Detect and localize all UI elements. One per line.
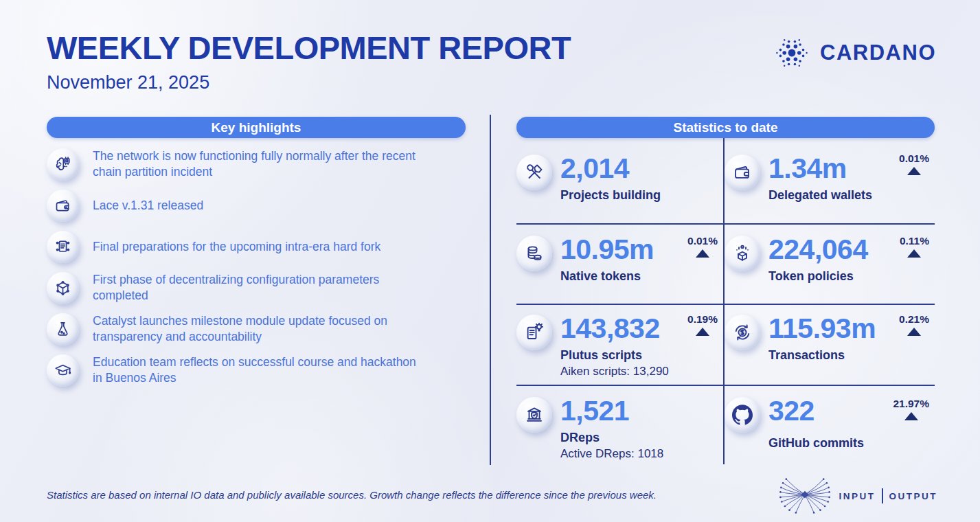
- token-box-icon: [725, 236, 760, 271]
- statistics-header: Statistics to date: [516, 117, 935, 138]
- growth-value: 21.97%: [893, 398, 929, 409]
- statistics-grid: 2,014 Projects building 1.34m Delegated …: [516, 138, 935, 464]
- cube-network-icon: [47, 272, 79, 304]
- up-triangle-icon: [907, 328, 921, 336]
- stat-value: 2,014: [560, 155, 719, 183]
- growth-value: 0.01%: [899, 153, 929, 164]
- highlight-text: Final preparations for the upcoming intr…: [93, 239, 380, 255]
- growth-indicator: 0.11%: [900, 236, 929, 258]
- highlight-text: The network is now functioning fully nor…: [93, 148, 422, 180]
- key-highlights-section: Key highlights The network is now functi…: [47, 117, 466, 395]
- growth-indicator: 0.19%: [687, 314, 718, 336]
- stat-label: Native tokens: [560, 269, 719, 284]
- growth-indicator: 0.21%: [899, 314, 929, 336]
- script-bulb-icon: [516, 315, 552, 350]
- highlight-item: Catalyst launches milestone module updat…: [47, 313, 466, 345]
- governance-icon: [516, 397, 552, 433]
- stat-label: Plutus scripts: [560, 348, 719, 363]
- stat-sublabel: Aiken scripts: 13,290: [560, 365, 719, 378]
- up-triangle-icon: [696, 328, 709, 336]
- io-butterfly-icon: [779, 475, 831, 517]
- highlight-item: First phase of decentralizing configurat…: [47, 271, 466, 304]
- highlight-text: Catalyst launches milestone module updat…: [93, 313, 422, 345]
- report-canvas: WEEKLY DEVELOPMENT REPORT November 21, 2…: [0, 0, 980, 522]
- cardano-wordmark: CARDANO: [820, 41, 936, 65]
- footnote: Statistics are based on internal IO data…: [47, 489, 657, 501]
- highlight-item: Lace v.1.31 released: [47, 189, 466, 222]
- stat-label: Token policies: [768, 269, 931, 284]
- stat-sublabel: Active DReps: 1018: [560, 447, 719, 461]
- stat-transactions: 115.93m Transactions 0.21%: [725, 305, 935, 386]
- stat-label: Projects building: [560, 188, 719, 203]
- stat-plutus-scripts: 143,832 Plutus scripts Aiken scripts: 13…: [516, 305, 725, 386]
- network-brain-icon: [47, 148, 79, 181]
- cardano-logo: CARDANO: [773, 34, 936, 71]
- report-date: November 21, 2025: [47, 72, 209, 93]
- transactions-icon: [725, 315, 760, 350]
- growth-value: 0.21%: [899, 314, 929, 325]
- statistics-section: Statistics to date 2,014 Projects buildi…: [516, 117, 935, 464]
- flask-icon: [47, 313, 79, 345]
- up-triangle-icon: [907, 167, 921, 175]
- stat-label: GitHub commits: [768, 436, 931, 451]
- highlight-item: Education team reflects on successful co…: [47, 354, 466, 387]
- stat-value: 1,521: [560, 397, 719, 425]
- input-output-logo: INPUT OUTPUT: [779, 475, 938, 517]
- document-circuit-icon: [47, 231, 79, 263]
- stat-label: DReps: [560, 431, 719, 445]
- io-wordmark-input: INPUT: [839, 491, 876, 501]
- stat-delegated-wallets: 1.34m Delegated wallets 0.01%: [725, 138, 935, 225]
- github-icon: [725, 397, 760, 433]
- section-divider: [490, 115, 491, 465]
- highlight-item: The network is now functioning fully nor…: [47, 148, 466, 181]
- highlight-item: Final preparations for the upcoming intr…: [47, 230, 466, 263]
- stat-projects-building: 2,014 Projects building: [516, 138, 725, 225]
- growth-value: 0.19%: [687, 314, 718, 325]
- tools-icon: [516, 155, 552, 190]
- up-triangle-icon: [696, 249, 709, 258]
- stat-native-tokens: 10.95m Native tokens 0.01%: [516, 225, 725, 305]
- stat-dreps: 1,521 DReps Active DReps: 1018: [516, 386, 725, 464]
- up-triangle-icon: [904, 412, 918, 420]
- highlight-text: Lace v.1.31 released: [93, 198, 203, 214]
- stat-label: Transactions: [768, 348, 931, 363]
- graduation-cap-icon: [47, 354, 79, 387]
- stat-github-commits: 322 GitHub commits 21.97%: [725, 386, 935, 464]
- stat-token-policies: 224,064 Token policies 0.11%: [725, 225, 935, 305]
- growth-value: 0.11%: [900, 236, 929, 247]
- key-highlights-header: Key highlights: [47, 117, 466, 138]
- page-title: WEEKLY DEVELOPMENT REPORT: [47, 29, 571, 67]
- cardano-starburst-icon: [773, 34, 810, 71]
- growth-indicator: 0.01%: [899, 153, 929, 175]
- growth-indicator: 21.97%: [893, 398, 929, 420]
- growth-value: 0.01%: [687, 236, 718, 247]
- growth-indicator: 0.01%: [687, 236, 718, 258]
- highlights-list: The network is now functioning fully nor…: [47, 148, 466, 387]
- io-wordmark-output: OUTPUT: [889, 491, 938, 501]
- highlight-text: Education team reflects on successful co…: [93, 354, 422, 386]
- stat-label: Delegated wallets: [768, 188, 931, 203]
- up-triangle-icon: [907, 249, 921, 258]
- highlight-text: First phase of decentralizing configurat…: [93, 272, 422, 304]
- coins-icon: [516, 236, 552, 271]
- wallet-icon: [47, 190, 79, 222]
- wallet-icon: [725, 155, 760, 190]
- io-divider: [882, 488, 883, 503]
